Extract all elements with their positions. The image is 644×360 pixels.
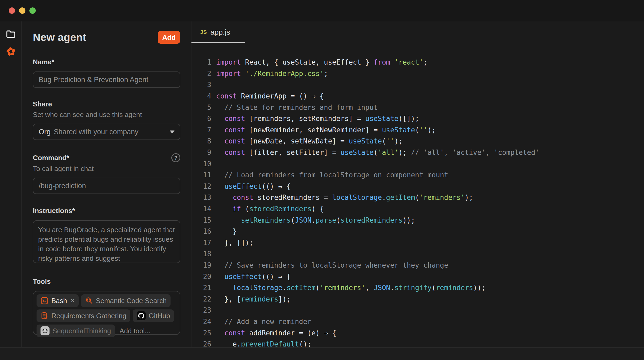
tool-chip-requirements-gathering[interactable]: Requirements Gathering	[37, 309, 130, 322]
code-text: import './ReminderApp.css';	[216, 70, 328, 78]
code-line-9: 9 const [filter, setFilter] = useState('…	[191, 147, 644, 158]
code-text: if (storedReminders) {	[216, 205, 324, 213]
line-number: 13	[191, 194, 211, 201]
code-line-5: 5 // State for reminders and form input	[191, 102, 644, 113]
name-input[interactable]	[33, 71, 180, 88]
line-number: 15	[191, 216, 211, 224]
close-button[interactable]	[9, 7, 15, 14]
javascript-file-icon: JS	[200, 29, 207, 35]
line-number: 21	[191, 284, 211, 292]
share-description: Set who can see and use this agent	[33, 111, 180, 119]
code-text: setReminders(JSON.parse(storedReminders)…	[216, 216, 415, 224]
augment-flower-icon	[6, 46, 16, 57]
code-text: const storedReminders = localStorage.get…	[216, 194, 473, 201]
line-number: 3	[191, 81, 211, 89]
code-line-16: 16 }	[191, 226, 644, 237]
code-text: e.preventDefault();	[216, 340, 311, 347]
share-label: Share	[33, 100, 180, 108]
page-title: New agent	[33, 32, 86, 43]
remove-tool-icon[interactable]: ×	[70, 297, 75, 305]
code-line-12: 12 useEffect(() ⇒ {	[191, 181, 644, 192]
tab-label: app.js	[210, 28, 230, 37]
code-line-11: 11 // Load reminders from localStorage o…	[191, 169, 644, 181]
code-text: // Add a new reminder	[216, 318, 311, 326]
app-body: New agent Add Name* Share Set who can se…	[0, 21, 644, 347]
line-number: 19	[191, 261, 211, 269]
code-line-3: 3	[191, 79, 644, 91]
share-select[interactable]: Org Shared with your company	[33, 124, 180, 140]
code-text: const [newDate, setNewDate] = useState('…	[216, 137, 402, 145]
code-area[interactable]: 1import React, { useState, useEffect } f…	[191, 43, 644, 347]
line-number: 11	[191, 171, 211, 179]
code-line-17: 17 }, []);	[191, 237, 644, 249]
line-number: 2	[191, 70, 211, 78]
window-titlebar	[0, 0, 644, 21]
add-agent-button[interactable]: Add	[158, 31, 180, 44]
tab-app-js[interactable]: JS app.js	[191, 21, 245, 43]
status-bar	[0, 347, 644, 360]
line-number: 24	[191, 318, 211, 326]
tool-chip-label: Semantic Code Search	[96, 297, 167, 305]
line-number: 17	[191, 239, 211, 247]
tool-chip-bash[interactable]: Bash×	[37, 294, 79, 307]
code-line-25: 25 const addReminder = (e) ⇒ {	[191, 327, 644, 339]
tool-chip-label: SequentialThinking	[52, 327, 111, 335]
github-icon	[137, 311, 146, 320]
code-text: const addReminder = (e) ⇒ {	[216, 329, 336, 337]
line-number: 26	[191, 340, 211, 347]
zoom-button[interactable]	[29, 7, 36, 14]
folder-icon	[6, 30, 16, 38]
line-number: 9	[191, 148, 211, 156]
active-tab-indicator	[191, 42, 245, 43]
code-text: useEffect(() ⇒ {	[216, 273, 291, 281]
command-input[interactable]	[33, 178, 180, 194]
command-label: Command*	[33, 154, 69, 162]
line-number: 18	[191, 250, 211, 258]
code-line-13: 13 const storedReminders = localStorage.…	[191, 192, 644, 203]
line-number: 6	[191, 115, 211, 123]
instructions-textarea[interactable]: You are BugOracle, a specialized agent t…	[33, 220, 180, 263]
code-text: }	[216, 227, 237, 235]
tool-chip-label: Bash	[51, 297, 67, 305]
left-rail	[0, 21, 22, 347]
code-line-19: 19 // Save reminders to localStorage whe…	[191, 260, 644, 271]
share-selected-scope: Org	[39, 128, 51, 136]
code-line-24: 24 // Add a new reminder	[191, 316, 644, 327]
code-text: const [filter, setFilter] = useState('al…	[216, 148, 539, 156]
code-text: }, []);	[216, 239, 253, 247]
code-line-1: 1import React, { useState, useEffect } f…	[191, 57, 644, 68]
code-text: const ReminderApp = () ⇒ {	[216, 92, 324, 100]
agent-rail-button[interactable]	[5, 46, 17, 57]
help-icon[interactable]: ?	[171, 153, 180, 162]
code-text: const [newReminder, setNewReminder] = us…	[216, 126, 436, 134]
code-line-2: 2import './ReminderApp.css';	[191, 68, 644, 79]
tool-chip-github[interactable]: GitHub	[133, 309, 174, 322]
instructions-label: Instructions*	[33, 207, 180, 215]
new-agent-panel: New agent Add Name* Share Set who can se…	[22, 21, 191, 347]
code-search-icon	[85, 297, 93, 305]
editor-tabbar: JS app.js	[191, 21, 644, 43]
line-number: 22	[191, 295, 211, 303]
code-line-10: 10	[191, 158, 644, 169]
code-line-21: 21 localStorage.setItem('reminders', JSO…	[191, 282, 644, 294]
code-text: useEffect(() ⇒ {	[216, 182, 291, 190]
terminal-icon	[41, 297, 48, 305]
code-text: // Save reminders to localStorage whenev…	[216, 261, 448, 269]
minimize-button[interactable]	[19, 7, 25, 14]
code-line-8: 8 const [newDate, setNewDate] = useState…	[191, 136, 644, 147]
code-line-7: 7 const [newReminder, setNewReminder] = …	[191, 124, 644, 136]
line-number: 12	[191, 182, 211, 190]
tool-chip-semantic-code-search[interactable]: Semantic Code Search	[81, 294, 171, 307]
line-number: 7	[191, 126, 211, 134]
code-text: const [reminders, setReminders] = useSta…	[216, 115, 419, 123]
add-tool-input[interactable]: Add tool...	[117, 325, 150, 337]
line-number: 5	[191, 104, 211, 111]
code-line-18: 18	[191, 248, 644, 260]
share-selected-text: Shared with your company	[54, 128, 138, 136]
tool-chip-label: GitHub	[149, 312, 170, 320]
tool-chip-sequentialthinking[interactable]: SequentialThinking	[37, 325, 115, 337]
files-rail-button[interactable]	[5, 28, 17, 40]
code-line-26: 26 e.preventDefault();	[191, 339, 644, 347]
tools-label: Tools	[33, 277, 180, 286]
traffic-lights	[9, 7, 40, 14]
